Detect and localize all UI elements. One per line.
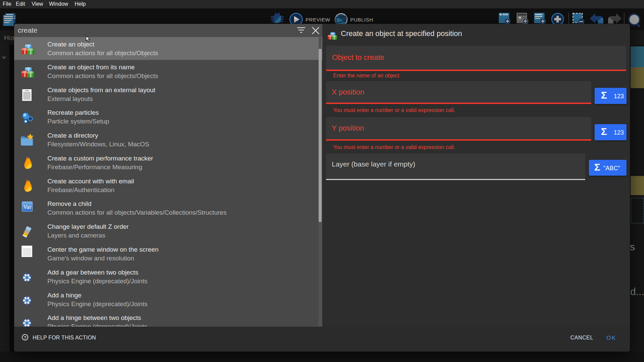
- svg-text:Var: Var: [23, 204, 31, 210]
